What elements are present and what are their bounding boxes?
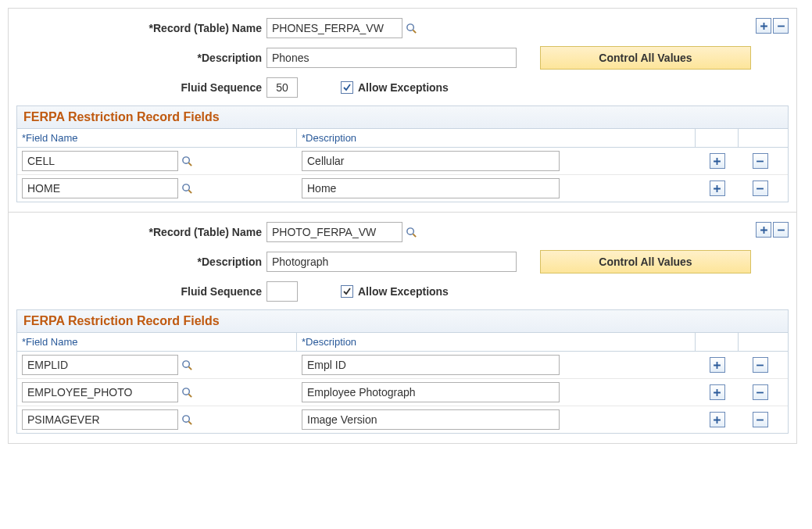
allow-exceptions-label: Allow Exceptions [358, 285, 449, 298]
table-row [17, 352, 788, 379]
fluid-sequence-input[interactable] [266, 281, 298, 302]
allow-exceptions-checkbox[interactable] [341, 81, 353, 94]
lookup-icon[interactable] [406, 227, 417, 238]
lookup-icon[interactable] [181, 155, 193, 167]
delete-section-button[interactable] [773, 18, 789, 34]
add-row-button[interactable] [710, 153, 725, 169]
record-name-input[interactable] [266, 18, 402, 38]
description-input[interactable] [266, 252, 517, 272]
record-name-label: *Record (Table) Name [16, 226, 266, 238]
delete-row-button[interactable] [753, 153, 768, 169]
svg-line-13 [188, 421, 191, 424]
svg-point-0 [407, 23, 413, 30]
fluid-sequence-label: Fluid Sequence [16, 81, 266, 94]
add-section-button[interactable] [756, 222, 771, 238]
control-all-values-button[interactable]: Control All Values [540, 46, 751, 70]
del-col-header [739, 333, 782, 351]
field-name-header[interactable]: *Field Name [17, 129, 297, 147]
lookup-icon[interactable] [181, 387, 193, 399]
field-name-input[interactable] [22, 151, 178, 171]
add-col-header [696, 129, 739, 147]
allow-exceptions-checkbox[interactable] [341, 285, 353, 298]
add-section-button[interactable] [756, 18, 771, 34]
field-name-input[interactable] [22, 178, 178, 198]
svg-line-9 [188, 366, 191, 370]
delete-section-button[interactable] [773, 222, 789, 238]
field-description-input[interactable] [302, 178, 560, 198]
add-row-button[interactable] [710, 181, 725, 196]
lookup-icon[interactable] [406, 23, 417, 34]
description-header[interactable]: *Description [297, 333, 696, 351]
add-row-button[interactable] [710, 357, 725, 373]
record-name-input[interactable] [266, 222, 402, 242]
delete-row-button[interactable] [753, 181, 768, 196]
delete-row-button[interactable] [753, 384, 768, 400]
field-description-input[interactable] [302, 355, 560, 375]
table-row [17, 148, 788, 175]
record-name-label: *Record (Table) Name [16, 22, 266, 34]
lookup-icon[interactable] [181, 359, 193, 371]
fluid-sequence-input[interactable] [266, 77, 298, 98]
field-name-input[interactable] [22, 382, 178, 402]
ferpa-container: *Record (Table) Name *Description Contro… [8, 8, 797, 444]
add-row-button[interactable] [710, 412, 725, 427]
field-description-input[interactable] [302, 409, 560, 430]
lookup-icon[interactable] [181, 183, 193, 195]
field-description-input[interactable] [302, 151, 560, 171]
description-header[interactable]: *Description [297, 129, 696, 147]
allow-exceptions-label: Allow Exceptions [358, 81, 449, 94]
svg-line-5 [188, 190, 191, 193]
field-name-input[interactable] [22, 355, 178, 375]
field-description-input[interactable] [302, 382, 560, 402]
record-section-0: *Record (Table) Name *Description Contro… [9, 8, 796, 202]
delete-row-button[interactable] [753, 357, 768, 373]
table-row [17, 175, 788, 202]
field-name-input[interactable] [22, 409, 178, 430]
svg-line-3 [188, 163, 191, 166]
svg-point-8 [183, 360, 189, 366]
svg-point-4 [183, 184, 189, 190]
svg-line-11 [188, 394, 191, 397]
svg-line-7 [413, 234, 416, 237]
svg-point-6 [407, 227, 413, 234]
svg-line-1 [413, 30, 416, 33]
grid-title: FERPA Restriction Record Fields [17, 106, 788, 129]
field-name-header[interactable]: *Field Name [17, 333, 297, 351]
description-label: *Description [16, 52, 266, 64]
table-row [17, 379, 788, 406]
grid-title: FERPA Restriction Record Fields [17, 310, 788, 333]
table-row [17, 406, 788, 433]
restriction-fields-grid: FERPA Restriction Record Fields *Field N… [16, 309, 789, 434]
svg-point-2 [183, 156, 189, 163]
delete-row-button[interactable] [753, 412, 768, 427]
del-col-header [739, 129, 782, 147]
svg-point-10 [183, 388, 189, 394]
control-all-values-button[interactable]: Control All Values [540, 250, 751, 273]
record-section-1: *Record (Table) Name *Description Contro… [9, 212, 796, 434]
fluid-sequence-label: Fluid Sequence [16, 285, 266, 298]
description-label: *Description [16, 256, 266, 268]
svg-point-12 [183, 415, 189, 421]
add-row-button[interactable] [710, 384, 725, 400]
restriction-fields-grid: FERPA Restriction Record Fields *Field N… [16, 105, 789, 202]
lookup-icon[interactable] [181, 414, 193, 426]
description-input[interactable] [266, 48, 517, 68]
add-col-header [696, 333, 739, 351]
